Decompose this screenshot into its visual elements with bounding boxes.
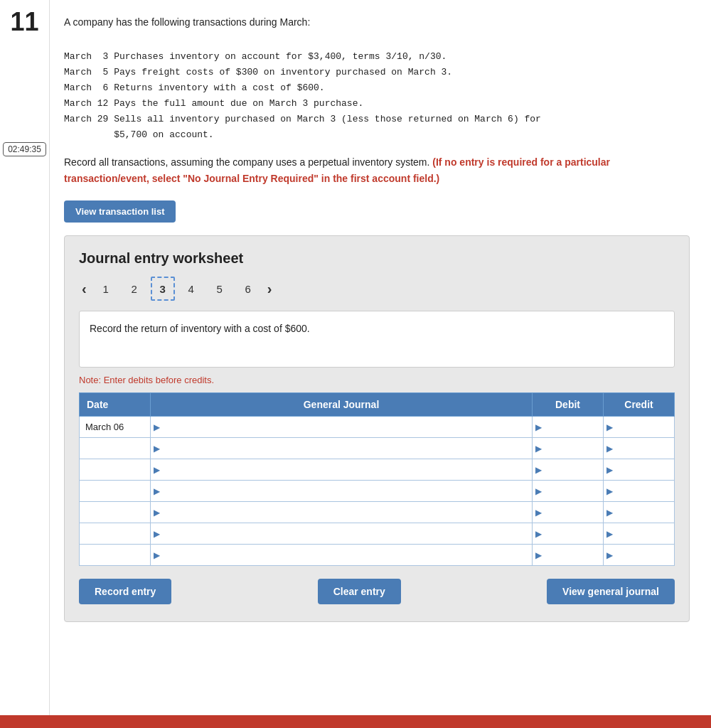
instruction-block: Record all transactions, assuming the co… xyxy=(64,154,690,186)
general-journal-input-5[interactable] xyxy=(160,502,532,523)
date-cell-1: March 06 xyxy=(80,417,151,438)
table-row: ▶ ▶ ▶ xyxy=(80,459,675,481)
row-arrow-2: ▶ xyxy=(151,444,160,454)
row-arrow-1: ▶ xyxy=(151,422,160,432)
general-journal-input-4[interactable] xyxy=(160,481,532,501)
general-journal-cell-5[interactable]: ▶ xyxy=(151,502,533,523)
next-tab-button[interactable]: › xyxy=(264,281,275,297)
date-cell-2 xyxy=(80,438,151,459)
journal-table: Date General Journal Debit Credit March … xyxy=(79,392,675,566)
debit-cell-5[interactable]: ▶ xyxy=(533,502,604,523)
debit-input-5[interactable] xyxy=(542,502,603,523)
header-date: Date xyxy=(80,393,151,417)
debit-arrow-3: ▶ xyxy=(533,465,542,475)
tab-5[interactable]: 5 xyxy=(208,277,232,301)
credit-arrow-1: ▶ xyxy=(604,422,613,432)
credit-input-7[interactable] xyxy=(613,545,674,565)
debit-cell-2[interactable]: ▶ xyxy=(533,438,604,459)
tab-6[interactable]: 6 xyxy=(236,277,260,301)
transaction-4: March 12 Pays the full amount due on Mar… xyxy=(64,96,690,112)
debit-input-3[interactable] xyxy=(542,459,603,480)
row-arrow-6: ▶ xyxy=(151,529,160,539)
table-row: ▶ ▶ ▶ xyxy=(80,545,675,566)
credit-input-6[interactable] xyxy=(613,523,674,544)
instruction-normal: Record all transactions, assuming the co… xyxy=(64,156,432,168)
credit-arrow-2: ▶ xyxy=(604,444,613,454)
date-cell-5 xyxy=(80,502,151,523)
description-text: Record the return of inventory with a co… xyxy=(90,323,310,334)
general-journal-cell-1[interactable]: ▶ xyxy=(151,417,533,438)
date-cell-7 xyxy=(80,545,151,566)
tab-3[interactable]: 3 xyxy=(151,277,175,301)
debit-arrow-4: ▶ xyxy=(533,486,542,496)
credit-arrow-7: ▶ xyxy=(604,550,613,560)
general-journal-cell-7[interactable]: ▶ xyxy=(151,545,533,566)
general-journal-input-3[interactable] xyxy=(160,459,532,480)
debit-arrow-7: ▶ xyxy=(533,550,542,560)
question-number: 11 xyxy=(10,7,38,37)
credit-cell-1[interactable]: ▶ xyxy=(604,417,675,438)
debit-cell-3[interactable]: ▶ xyxy=(533,459,604,481)
view-transaction-button[interactable]: View transaction list xyxy=(64,200,176,223)
clear-entry-button[interactable]: Clear entry xyxy=(318,579,401,604)
debit-input-7[interactable] xyxy=(542,545,603,565)
tab-navigation: ‹ 1 2 3 4 5 6 › xyxy=(79,277,675,301)
date-cell-6 xyxy=(80,523,151,545)
credit-arrow-5: ▶ xyxy=(604,508,613,518)
credit-cell-2[interactable]: ▶ xyxy=(604,438,675,459)
debit-cell-4[interactable]: ▶ xyxy=(533,481,604,502)
debit-input-6[interactable] xyxy=(542,523,603,544)
table-row: ▶ ▶ ▶ xyxy=(80,438,675,459)
transaction-1: March 3 Purchases inventory on account f… xyxy=(64,49,690,65)
view-general-journal-button[interactable]: View general journal xyxy=(547,579,675,604)
general-journal-input-1[interactable] xyxy=(160,417,532,437)
transaction-5: March 29 Sells all inventory purchased o… xyxy=(64,112,690,127)
credit-input-3[interactable] xyxy=(613,459,674,480)
general-journal-input-2[interactable] xyxy=(160,438,532,459)
credit-cell-7[interactable]: ▶ xyxy=(604,545,675,566)
row-arrow-4: ▶ xyxy=(151,486,160,496)
debit-input-1[interactable] xyxy=(542,417,603,437)
general-journal-cell-3[interactable]: ▶ xyxy=(151,459,533,481)
record-entry-button[interactable]: Record entry xyxy=(79,579,171,604)
credit-cell-5[interactable]: ▶ xyxy=(604,502,675,523)
credit-input-4[interactable] xyxy=(613,481,674,501)
tab-4[interactable]: 4 xyxy=(179,277,203,301)
problem-intro: A company has the following transactions… xyxy=(64,14,690,30)
action-buttons: Record entry Clear entry View general jo… xyxy=(79,579,675,604)
tab-1[interactable]: 1 xyxy=(94,277,118,301)
worksheet-title: Journal entry worksheet xyxy=(79,250,675,267)
tab-2[interactable]: 2 xyxy=(122,277,146,301)
general-journal-cell-4[interactable]: ▶ xyxy=(151,481,533,502)
credit-cell-4[interactable]: ▶ xyxy=(604,481,675,502)
row-arrow-5: ▶ xyxy=(151,508,160,518)
credit-input-1[interactable] xyxy=(613,417,674,437)
row-arrow-7: ▶ xyxy=(151,550,160,560)
transaction-5b: $5,700 on account. xyxy=(64,127,690,143)
table-row: ▶ ▶ ▶ xyxy=(80,481,675,502)
prev-tab-button[interactable]: ‹ xyxy=(79,281,90,297)
debit-cell-7[interactable]: ▶ xyxy=(533,545,604,566)
debit-input-4[interactable] xyxy=(542,481,603,501)
worksheet-container: Journal entry worksheet ‹ 1 2 3 4 5 6 › … xyxy=(64,235,690,622)
general-journal-cell-2[interactable]: ▶ xyxy=(151,438,533,459)
credit-input-5[interactable] xyxy=(613,502,674,523)
debit-arrow-5: ▶ xyxy=(533,508,542,518)
date-cell-3 xyxy=(80,459,151,481)
debit-cell-6[interactable]: ▶ xyxy=(533,523,604,545)
description-box: Record the return of inventory with a co… xyxy=(79,311,675,368)
general-journal-input-6[interactable] xyxy=(160,523,532,544)
debit-arrow-6: ▶ xyxy=(533,529,542,539)
credit-cell-6[interactable]: ▶ xyxy=(604,523,675,545)
credit-input-2[interactable] xyxy=(613,438,674,459)
general-journal-input-7[interactable] xyxy=(160,545,532,565)
general-journal-cell-6[interactable]: ▶ xyxy=(151,523,533,545)
transaction-3: March 6 Returns inventory with a cost of… xyxy=(64,80,690,96)
credit-arrow-3: ▶ xyxy=(604,465,613,475)
table-row: ▶ ▶ ▶ xyxy=(80,523,675,545)
debit-cell-1[interactable]: ▶ xyxy=(533,417,604,438)
debit-input-2[interactable] xyxy=(542,438,603,459)
header-general-journal: General Journal xyxy=(151,393,533,417)
header-debit: Debit xyxy=(533,393,604,417)
credit-cell-3[interactable]: ▶ xyxy=(604,459,675,481)
